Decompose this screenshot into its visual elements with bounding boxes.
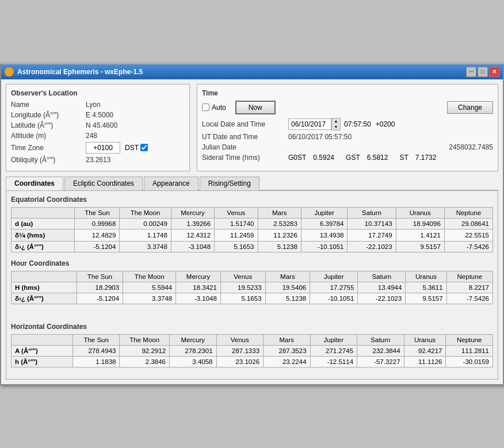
h-col-9: Neptune [446, 271, 492, 282]
spacer [11, 311, 493, 323]
hz-col-3: Mercury [170, 334, 217, 345]
st-value: 7.1732 [415, 154, 437, 162]
h-row0-val2: 18.3421 [176, 282, 221, 293]
eq-row1-label: δ¹⁄₄ (hms) [12, 229, 75, 241]
hz-col-1: The Sun [72, 334, 120, 345]
eq-col-2: The Moon [120, 207, 171, 218]
tab-ecliptic[interactable]: Ecliptic Coordinates [64, 177, 143, 190]
eq-row1-val6: 17.2749 [348, 229, 396, 241]
hz-row1-val2: 3.4058 [170, 356, 217, 367]
eq-row-1: δ¹⁄₄ (hms) 12.4829 1.1748 12.4312 11.245… [12, 229, 493, 241]
eq-row2-val7: 9.5157 [396, 241, 444, 252]
hz-row1-val4: 23.2244 [264, 356, 311, 367]
h-row-0: H (hms) 18.2903 5.5944 18.3421 19.5233 1… [12, 282, 493, 293]
eq-row0-val1: 0.00249 [120, 218, 171, 229]
title-bar: Astronomical Ephemeris - wxEphe-1.5 ─ □ … [1, 64, 503, 79]
name-row: Name Lyon [11, 101, 185, 109]
obliquity-value: 23.2613 [86, 156, 110, 164]
eq-row0-val6: 10.37143 [348, 218, 396, 229]
hz-row1-val7: 11.1126 [404, 356, 446, 367]
h-col-2: The Moon [123, 271, 176, 282]
jd-label: Julian Date [202, 143, 288, 151]
hz-row0-val6: 232.3844 [357, 345, 404, 356]
local-offset-value: +0200 [376, 120, 395, 128]
top-section: Observer's Location Name Lyon Longitude … [6, 84, 498, 171]
altitude-label: Altitude (m) [11, 132, 86, 140]
local-date-row: Local Date and Time ▲ ▼ 07:57:50 +0200 [202, 118, 493, 131]
eq-row1-val1: 1.1748 [120, 229, 171, 241]
maximize-button[interactable]: □ [478, 67, 488, 77]
ut-row: UT Date and Time 06/10/2017 05:57:50 [202, 133, 493, 141]
tab-content: Equatorial Coordinates The Sun The Moon … [6, 190, 498, 380]
app-icon [5, 67, 14, 76]
eq-row0-val0: 0.99968 [75, 218, 120, 229]
eq-row1-val2: 12.4312 [171, 229, 214, 241]
hz-row-1: h (Â°′″) 1.1838 2.3846 3.4058 23.1026 23… [12, 356, 493, 367]
hz-col-0 [12, 334, 73, 345]
eq-row2-val6: -22.1023 [348, 241, 396, 252]
dst-checkbox[interactable] [140, 144, 148, 151]
hz-row0-label: A (Â°′″) [12, 345, 73, 356]
hz-col-9: Neptune [446, 334, 493, 345]
hour-table: The Sun The Moon Mercury Venus Mars Jupi… [11, 271, 493, 304]
eq-row1-val7: 1.4121 [396, 229, 444, 241]
equatorial-header-row: The Sun The Moon Mercury Venus Mars Jupi… [12, 207, 493, 218]
h-row0-val8: 8.2217 [446, 282, 492, 293]
g0st-value: 0.5924 [313, 154, 334, 162]
gst-value: 6.5812 [367, 154, 388, 162]
auto-label: Auto [212, 104, 226, 112]
eq-col-4: Venus [215, 207, 258, 218]
eq-col-1: The Sun [75, 207, 120, 218]
eq-row1-val0: 12.4829 [75, 229, 120, 241]
window-controls: ─ □ ✕ [466, 67, 499, 77]
altitude-value: 248 [86, 132, 97, 140]
hz-row-0: A (Â°′″) 278.4943 92.2912 278.2301 287.1… [12, 345, 493, 356]
tab-rising[interactable]: Rising/Setting [200, 177, 259, 190]
minimize-button[interactable]: ─ [466, 67, 476, 77]
hz-row0-val2: 278.2301 [170, 345, 217, 356]
eq-row1-val4: 11.2326 [258, 229, 301, 241]
tabs-container: Coordinates Ecliptic Coordinates Appeara… [6, 176, 498, 380]
local-date-input[interactable] [288, 118, 331, 130]
hz-row1-label: h (Â°′″) [12, 356, 73, 367]
eq-col-8: Uranus [396, 207, 444, 218]
close-button[interactable]: ✕ [489, 67, 499, 77]
tab-appearance[interactable]: Appearance [144, 177, 198, 190]
eq-row2-val5: -10.1051 [301, 241, 348, 252]
h-row1-val3: 5.1653 [220, 293, 265, 304]
observer-panel: Observer's Location Name Lyon Longitude … [6, 84, 190, 171]
eq-col-3: Mercury [171, 207, 214, 218]
longitude-label: Longitude (Â°′″) [11, 111, 86, 119]
hz-row0-val0: 278.4943 [72, 345, 120, 356]
sidereal-label: Sideral Time (hms) [202, 154, 288, 162]
time-title: Time [202, 89, 493, 97]
hz-row0-val7: 92.4217 [404, 345, 446, 356]
hz-row1-val0: 1.1838 [72, 356, 120, 367]
timezone-input[interactable] [86, 142, 120, 154]
hz-row1-val1: 2.3846 [120, 356, 170, 367]
date-up-button[interactable]: ▲ [332, 118, 340, 124]
now-button[interactable]: Now [235, 101, 276, 114]
hz-row0-val3: 287.1333 [216, 345, 264, 356]
tab-coordinates[interactable]: Coordinates [6, 177, 63, 190]
eq-row2-label: δ›¿ (Â°′″) [12, 241, 75, 252]
change-button[interactable]: Change [447, 101, 493, 114]
obliquity-label: Obliquity (Â°′″) [11, 156, 86, 164]
h-row1-val1: 3.3748 [123, 293, 176, 304]
h-row1-val4: 5.1238 [265, 293, 310, 304]
eq-row2-val1: 3.3748 [120, 241, 171, 252]
h-row-1: δ›¿ (Â°′″) -5.1204 3.3748 -3.1048 5.1653… [12, 293, 493, 304]
observer-title: Observer's Location [11, 89, 185, 97]
date-down-button[interactable]: ▼ [332, 124, 340, 130]
eq-row0-val8: 29.08641 [444, 218, 492, 229]
eq-row0-val5: 6.39784 [301, 218, 348, 229]
time-controls-row: Auto Now Change [202, 101, 493, 114]
h-row1-val6: -22.1023 [358, 293, 406, 304]
h-row0-label: H (hms) [12, 282, 77, 293]
longitude-row: Longitude (Â°′″) E 4.5000 [11, 111, 185, 119]
auto-checkbox[interactable] [202, 104, 209, 111]
equatorial-title: Equatorial Coordinates [11, 196, 493, 204]
local-time-value: 07:57:50 [344, 120, 371, 128]
hz-col-7: Saturn [357, 334, 404, 345]
hz-row1-val6: -57.3227 [357, 356, 404, 367]
